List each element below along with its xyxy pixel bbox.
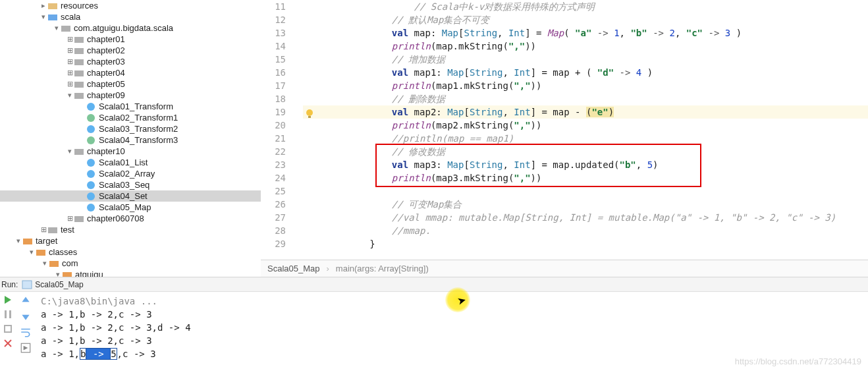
svg-marker-37 xyxy=(24,346,28,351)
tree-item-scala-file[interactable]: Scala02_Transform1 xyxy=(0,112,261,123)
tree-item-chapter[interactable]: ⊞ chapter05 xyxy=(0,78,261,90)
tree-item-chapter[interactable]: ⊞ chapter04 xyxy=(0,67,261,78)
expander-icon[interactable]: ▾ xyxy=(28,246,36,258)
tree-item-test[interactable]: ⊞ test xyxy=(0,224,261,235)
svg-rect-4 xyxy=(74,48,84,54)
expander-icon[interactable]: ▾ xyxy=(66,146,74,157)
expander-icon[interactable]: ▾ xyxy=(53,22,61,34)
svg-rect-23 xyxy=(49,261,59,267)
tree-item-scala-file[interactable]: Scala01_List xyxy=(0,157,261,168)
svg-rect-5 xyxy=(74,59,84,65)
tree-item-scala-file[interactable]: Scala03_Seq xyxy=(0,179,261,190)
tree-label: chapter03 xyxy=(87,56,125,67)
tree-item-chapter[interactable]: ⊞ chapter03 xyxy=(0,56,261,67)
tree-label: chapter060708 xyxy=(87,213,144,224)
tree-item-chapter09[interactable]: ▾ chapter09 xyxy=(0,90,261,101)
close-icon[interactable] xyxy=(3,338,13,349)
tree-label: test xyxy=(61,224,74,235)
expander-icon[interactable]: ⊞ xyxy=(66,67,74,78)
tree-item-scala-file[interactable]: Scala04_Transform3 xyxy=(0,134,261,146)
tree-item-scala-file[interactable]: Scala01_Transform xyxy=(0,101,261,112)
tree-item-chapter[interactable]: ⊞ chapter02 xyxy=(0,45,261,56)
code-body[interactable]: // Scala中k-v对数据采用特殊的方式声明 // 默认Map集合不可变 v… xyxy=(296,0,868,260)
expander-icon[interactable]: ▾ xyxy=(54,269,62,277)
tree-label: chapter05 xyxy=(87,78,125,90)
svg-rect-0 xyxy=(48,3,57,9)
run-toolwindow-header[interactable]: Run: Scala05_Map xyxy=(0,277,868,291)
console-left-toolbar xyxy=(0,292,16,368)
tree-label: Scala02_Array xyxy=(99,168,155,179)
tree-label: Scala01_Transform xyxy=(99,101,173,112)
svg-rect-24 xyxy=(63,272,72,277)
run-label: Run: xyxy=(1,280,18,289)
run-config-name[interactable]: Scala05_Map xyxy=(35,280,83,289)
scala-file-icon xyxy=(86,169,96,179)
expander-icon[interactable]: ⊞ xyxy=(66,213,74,224)
tree-label: chapter09 xyxy=(87,90,125,101)
tree-label: Scala02_Transform1 xyxy=(99,112,178,123)
breadcrumb[interactable]: Scala05_Map › main(args: Array[String]) xyxy=(261,260,868,277)
tree-item-classes[interactable]: ▾ classes xyxy=(0,246,261,258)
expander-icon[interactable]: ▾ xyxy=(66,90,74,101)
editor-panel: 11121314151617181920212223242526272829 /… xyxy=(261,0,868,277)
expander-icon[interactable]: ⊞ xyxy=(66,34,74,45)
expander-icon[interactable]: ▸ xyxy=(40,0,47,11)
scroll-end-icon[interactable] xyxy=(20,342,32,354)
svg-point-18 xyxy=(87,204,95,212)
svg-rect-7 xyxy=(74,82,84,88)
project-tree[interactable]: ▸ resources ▾ scala ▾ com.atguigu.bigdat… xyxy=(0,0,261,277)
tree-label: atguigu xyxy=(75,269,103,277)
highlight-box xyxy=(375,144,701,187)
intention-bulb-icon[interactable] xyxy=(304,109,315,119)
scala-file-icon xyxy=(86,124,96,134)
tree-label: target xyxy=(36,235,57,246)
folder-icon xyxy=(22,236,33,246)
breadcrumb-class[interactable]: Scala05_Map xyxy=(267,264,320,273)
breadcrumb-method[interactable]: main(args: Array[String]) xyxy=(336,264,429,273)
svg-point-25 xyxy=(306,109,313,116)
tree-item-scala-file[interactable]: Scala02_Array xyxy=(0,168,261,179)
tree-label: Scala05_Map xyxy=(99,202,151,213)
tree-item-com[interactable]: ▾ com xyxy=(0,258,261,269)
svg-point-17 xyxy=(87,192,95,200)
package-icon xyxy=(74,45,84,56)
package-icon xyxy=(61,23,71,34)
tree-label: classes xyxy=(49,246,77,258)
rerun-icon[interactable] xyxy=(3,295,13,305)
watermark: https://blog.csdn.net/a772304419 xyxy=(735,356,861,366)
svg-point-11 xyxy=(87,125,95,133)
svg-point-12 xyxy=(87,136,95,144)
expander-icon[interactable]: ▾ xyxy=(41,258,49,269)
up-icon[interactable] xyxy=(20,295,32,306)
tree-item-atguigu[interactable]: ▾ atguigu xyxy=(0,269,261,277)
folder-icon xyxy=(62,270,72,277)
down-icon[interactable] xyxy=(20,310,32,322)
tree-label: scala xyxy=(61,11,80,22)
scala-file-icon xyxy=(86,113,96,123)
svg-point-14 xyxy=(87,159,95,167)
expander-icon[interactable]: ▾ xyxy=(14,235,22,246)
tree-label: Scala01_List xyxy=(99,157,148,168)
tree-item-package[interactable]: ▾ com.atguigu.bigdata.scala xyxy=(0,22,261,34)
tree-item-scala-root[interactable]: ▾ scala xyxy=(0,11,261,22)
expander-icon[interactable]: ⊞ xyxy=(66,56,74,67)
tree-item-scala-file[interactable]: Scala04_Set xyxy=(0,190,261,202)
tree-item-chapter10[interactable]: ▾ chapter10 xyxy=(0,146,261,157)
expander-icon[interactable]: ▾ xyxy=(40,11,47,22)
tree-item-scala-file[interactable]: Scala05_Map xyxy=(0,202,261,213)
expander-icon[interactable]: ⊞ xyxy=(66,78,74,90)
softwrap-icon[interactable] xyxy=(20,326,32,338)
tree-item-scala-file[interactable]: Scala03_Transform2 xyxy=(0,123,261,134)
tree-item-target[interactable]: ▾ target xyxy=(0,235,261,246)
tree-label: chapter04 xyxy=(87,67,125,78)
tree-label: Scala04_Set xyxy=(99,190,148,202)
tree-item-chapter[interactable]: ⊞ chapter01 xyxy=(0,34,261,45)
expander-icon[interactable]: ⊞ xyxy=(66,45,74,56)
tree-item-chapter060708[interactable]: ⊞ chapter060708 xyxy=(0,213,261,224)
svg-rect-19 xyxy=(74,216,84,222)
pause-icon[interactable] xyxy=(3,324,13,334)
expander-icon[interactable]: ⊞ xyxy=(40,224,47,235)
stop-icon[interactable] xyxy=(3,309,13,320)
tree-item-resources[interactable]: ▸ resources xyxy=(0,0,261,11)
code-editor[interactable]: 11121314151617181920212223242526272829 /… xyxy=(261,0,868,260)
